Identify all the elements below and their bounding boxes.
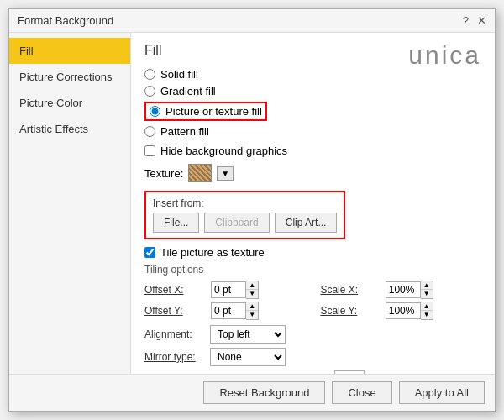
title-bar-controls: ? ✕ bbox=[463, 14, 486, 27]
scale-x-arrows: ▲ ▼ bbox=[421, 281, 433, 299]
tiling-options-label: Tiling options bbox=[144, 264, 481, 276]
texture-row: Texture: ▼ bbox=[144, 164, 481, 182]
scale-x-label: Scale X: bbox=[320, 284, 378, 296]
clip-art-button[interactable]: Clip Art... bbox=[275, 213, 338, 233]
close-icon[interactable]: ✕ bbox=[477, 14, 486, 27]
pattern-fill-row: Pattern fill bbox=[144, 125, 481, 138]
insert-buttons-row: File... Clipboard Clip Art... bbox=[153, 213, 337, 233]
main-panel: Fill unica Solid fill Gradient fill Pict… bbox=[131, 33, 495, 374]
alignment-select-wrapper: Top left Top center Top right Center lef… bbox=[210, 325, 286, 344]
tile-row: Tile picture as texture bbox=[144, 246, 481, 259]
sidebar-item-picture-color[interactable]: Picture Color bbox=[9, 90, 130, 116]
offset-x-input[interactable] bbox=[211, 281, 246, 298]
scale-y-input[interactable] bbox=[386, 302, 421, 319]
offset-y-input[interactable] bbox=[211, 302, 246, 319]
texture-preview[interactable] bbox=[188, 164, 212, 182]
picture-fill-label: Picture or texture fill bbox=[165, 105, 262, 118]
offset-x-arrows: ▲ ▼ bbox=[246, 281, 259, 299]
scale-y-up[interactable]: ▲ bbox=[421, 302, 433, 311]
insert-from-box: Insert from: File... Clipboard Clip Art.… bbox=[144, 191, 345, 239]
panel-title-area: Fill unica bbox=[144, 43, 481, 68]
solid-fill-label: Solid fill bbox=[160, 68, 198, 81]
offset-y-spinbox: ▲ ▼ bbox=[211, 302, 280, 320]
mirror-label: Mirror type: bbox=[144, 351, 203, 363]
gradient-fill-radio[interactable] bbox=[144, 86, 155, 97]
texture-dropdown-arrow[interactable]: ▼ bbox=[217, 166, 234, 181]
hide-background-row: Hide background graphics bbox=[144, 144, 481, 157]
insert-from-label: Insert from: bbox=[153, 197, 337, 209]
reset-background-button[interactable]: Reset Background bbox=[203, 381, 325, 404]
sidebar-item-artistic-effects[interactable]: Artistic Effects bbox=[9, 116, 130, 142]
help-icon[interactable]: ? bbox=[463, 14, 469, 27]
tile-label: Tile picture as texture bbox=[160, 246, 265, 259]
picture-fill-row: Picture or texture fill bbox=[144, 102, 267, 121]
mirror-row: Mirror type: None Horizontal Vertical Bo… bbox=[144, 348, 481, 366]
offset-y-label: Offset Y: bbox=[144, 305, 204, 317]
title-bar: Format Background ? ✕ bbox=[9, 9, 495, 33]
file-button[interactable]: File... bbox=[153, 213, 199, 233]
unica-logo: unica bbox=[408, 43, 481, 68]
mirror-select[interactable]: None Horizontal Vertical Both bbox=[210, 348, 286, 366]
tile-checkbox[interactable] bbox=[144, 247, 155, 258]
alignment-row: Alignment: Top left Top center Top right… bbox=[144, 325, 481, 344]
texture-label: Texture: bbox=[144, 167, 183, 180]
scale-y-label: Scale Y: bbox=[320, 305, 378, 317]
offset-x-down[interactable]: ▼ bbox=[246, 290, 258, 298]
mirror-select-wrapper: None Horizontal Vertical Both bbox=[210, 348, 286, 366]
scale-x-spinbox: ▲ ▼ bbox=[386, 281, 454, 299]
fill-options-group: Solid fill Gradient fill Picture or text… bbox=[144, 68, 481, 138]
offset-x-label: Offset X: bbox=[144, 284, 204, 296]
format-background-dialog: Format Background ? ✕ Fill Picture Corre… bbox=[8, 8, 496, 412]
gradient-fill-label: Gradient fill bbox=[160, 85, 216, 97]
scale-y-spinbox: ▲ ▼ bbox=[386, 302, 454, 320]
solid-fill-radio[interactable] bbox=[144, 69, 155, 80]
sidebar-item-fill[interactable]: Fill bbox=[9, 38, 130, 64]
picture-fill-radio[interactable] bbox=[150, 106, 160, 117]
scale-x-down[interactable]: ▼ bbox=[421, 290, 433, 298]
offset-y-down[interactable]: ▼ bbox=[246, 311, 258, 319]
pattern-fill-label: Pattern fill bbox=[160, 125, 209, 138]
offset-x-spinbox: ▲ ▼ bbox=[211, 281, 280, 299]
dialog-title: Format Background bbox=[18, 14, 113, 27]
solid-fill-row: Solid fill bbox=[144, 68, 481, 81]
alignment-label: Alignment: bbox=[144, 328, 203, 340]
footer: Reset Background Close Apply to All bbox=[9, 374, 495, 411]
alignment-select[interactable]: Top left Top center Top right Center lef… bbox=[210, 325, 286, 344]
dialog-body: Fill Picture Corrections Picture Color A… bbox=[9, 33, 495, 374]
tiling-grid: Offset X: ▲ ▼ Scale X: ▲ ▼ bbox=[144, 281, 481, 320]
pattern-fill-radio[interactable] bbox=[144, 126, 155, 137]
scale-x-input[interactable] bbox=[386, 281, 421, 298]
offset-x-up[interactable]: ▲ bbox=[246, 281, 258, 290]
offset-y-arrows: ▲ ▼ bbox=[246, 302, 259, 320]
panel-title: Fill bbox=[144, 43, 161, 58]
scale-y-arrows: ▲ ▼ bbox=[421, 302, 433, 320]
hide-background-label: Hide background graphics bbox=[160, 144, 287, 157]
scale-x-up[interactable]: ▲ bbox=[421, 281, 433, 290]
hide-background-checkbox[interactable] bbox=[144, 145, 155, 156]
clipboard-button[interactable]: Clipboard bbox=[204, 213, 269, 233]
sidebar: Fill Picture Corrections Picture Color A… bbox=[9, 33, 131, 374]
offset-y-up[interactable]: ▲ bbox=[246, 302, 258, 311]
sidebar-item-picture-corrections[interactable]: Picture Corrections bbox=[9, 64, 130, 90]
scale-y-down[interactable]: ▼ bbox=[421, 311, 433, 319]
gradient-fill-row: Gradient fill bbox=[144, 85, 481, 97]
close-button[interactable]: Close bbox=[332, 381, 391, 404]
apply-to-all-button[interactable]: Apply to All bbox=[399, 381, 485, 404]
